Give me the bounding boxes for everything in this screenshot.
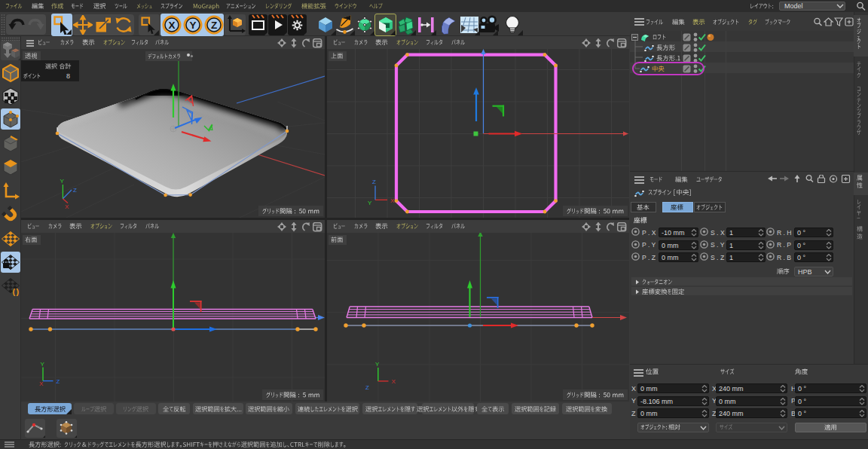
svg-text:X: X	[392, 378, 396, 385]
svg-text:Z: Z	[365, 384, 369, 391]
svg-text:): )	[17, 287, 20, 296]
svg-text:Y: Y	[375, 361, 380, 368]
svg-text:Z: Z	[372, 179, 376, 185]
svg-text:(: (	[13, 287, 16, 296]
svg-text:Y: Y	[60, 178, 65, 185]
svg-text:X: X	[39, 380, 44, 387]
svg-text:Y: Y	[368, 200, 372, 206]
svg-text:Z: Z	[211, 20, 217, 31]
svg-text:Y: Y	[189, 20, 196, 31]
svg-text:X: X	[65, 203, 69, 210]
svg-text:X: X	[390, 197, 395, 204]
svg-text:Y: Y	[41, 361, 45, 368]
svg-text:Z: Z	[73, 187, 77, 194]
svg-text:Z: Z	[57, 378, 60, 385]
svg-text:X: X	[168, 20, 175, 31]
